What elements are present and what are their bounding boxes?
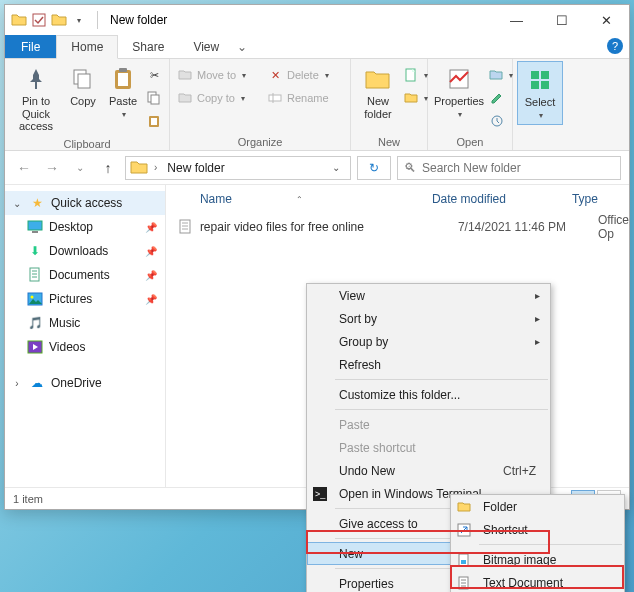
new-item-button[interactable]: ▾	[404, 65, 420, 85]
copy-to-icon	[177, 90, 193, 106]
tab-share[interactable]: Share	[118, 35, 179, 58]
easy-access-button[interactable]: ▾	[404, 88, 420, 108]
breadcrumb-chevron-icon: ›	[154, 162, 157, 173]
svg-text:>_: >_	[315, 489, 326, 499]
sidebar-item-desktop[interactable]: Desktop 📌	[5, 215, 165, 239]
shortcut-icon	[456, 522, 472, 538]
pin-quick-access-button[interactable]: Pin to Quick access	[9, 61, 63, 137]
chevron-down-icon: ▾	[241, 94, 245, 103]
bitmap-icon	[456, 552, 472, 568]
svg-rect-11	[269, 95, 281, 101]
qat-dropdown-icon[interactable]: ▾	[71, 12, 87, 28]
file-name: repair video files for free online	[200, 220, 458, 234]
svg-rect-20	[28, 221, 42, 230]
move-to-button[interactable]: Move to▾	[177, 65, 261, 85]
menu-item-refresh[interactable]: Refresh	[307, 353, 550, 376]
chevron-down-icon: ▾	[242, 71, 246, 80]
search-box[interactable]: 🔍︎	[397, 156, 621, 180]
cut-button[interactable]: ✂	[146, 65, 162, 85]
menu-label: Give access to	[339, 517, 418, 531]
properties-button[interactable]: Properties ▾	[432, 61, 486, 123]
select-button[interactable]: Select ▾	[517, 61, 563, 125]
history-button[interactable]	[489, 111, 505, 131]
table-row[interactable]: repair video files for free online 7/14/…	[166, 213, 629, 241]
svg-rect-10	[151, 118, 157, 125]
forward-button[interactable]: →	[41, 157, 63, 179]
chevron-down-icon: ▾	[458, 110, 462, 119]
copy-path-button[interactable]	[146, 88, 162, 108]
submenu-item-shortcut[interactable]: Shortcut	[451, 518, 624, 541]
item-count: 1 item	[13, 493, 43, 505]
folder-icon	[11, 12, 27, 28]
rename-button[interactable]: Rename	[267, 88, 343, 108]
menu-label: Text Document	[483, 576, 563, 590]
tab-home[interactable]: Home	[56, 35, 118, 59]
pictures-icon	[27, 291, 43, 307]
sidebar-item-pictures[interactable]: Pictures 📌	[5, 287, 165, 311]
menu-label: Shortcut	[483, 523, 528, 537]
paste-button[interactable]: Paste ▾	[103, 61, 143, 123]
ribbon-collapse-icon[interactable]: ⌄	[234, 35, 250, 58]
qat-folder-icon[interactable]	[51, 12, 67, 28]
tab-file[interactable]: File	[5, 35, 56, 58]
rename-label: Rename	[287, 92, 329, 104]
menu-item-paste-shortcut[interactable]: Paste shortcut	[307, 436, 550, 459]
tab-view[interactable]: View	[179, 35, 234, 58]
column-label: Date modified	[432, 192, 506, 206]
star-icon: ★	[29, 195, 45, 211]
new-folder-icon	[364, 65, 392, 93]
recent-dropdown[interactable]: ⌄	[69, 157, 91, 179]
svg-rect-17	[541, 71, 549, 79]
submenu-new: Folder Shortcut Bitmap image Text Docume…	[450, 494, 625, 592]
new-folder-button[interactable]: New folder	[355, 61, 401, 124]
sidebar: ⌄ ★ Quick access Desktop 📌 ⬇ Downloads 📌…	[5, 185, 166, 487]
sidebar-item-videos[interactable]: Videos	[5, 335, 165, 359]
rename-icon	[267, 90, 283, 106]
column-name[interactable]: Name⌃	[166, 192, 424, 206]
paste-shortcut-button[interactable]	[146, 111, 162, 131]
select-group-label	[517, 147, 563, 150]
clipboard-group-label: Clipboard	[9, 137, 165, 152]
textdoc-icon	[456, 575, 472, 591]
search-input[interactable]	[422, 161, 614, 175]
new-item-icon	[404, 67, 418, 83]
close-button[interactable]: ✕	[584, 5, 629, 35]
titlebar-separator	[97, 11, 98, 29]
open-button[interactable]: ▾	[489, 65, 505, 85]
open-group-label: Open	[432, 135, 508, 150]
submenu-item-bitmap[interactable]: Bitmap image	[451, 548, 624, 571]
up-button[interactable]: ↑	[97, 157, 119, 179]
copy-to-button[interactable]: Copy to▾	[177, 88, 261, 108]
menu-item-paste[interactable]: Paste	[307, 413, 550, 436]
column-date[interactable]: Date modified	[424, 192, 564, 206]
sidebar-item-onedrive[interactable]: › ☁ OneDrive	[5, 371, 165, 395]
menu-item-view[interactable]: View▸	[307, 284, 550, 307]
breadcrumb[interactable]: › New folder ⌄	[125, 156, 351, 180]
refresh-button[interactable]: ↻	[357, 156, 391, 180]
move-to-icon	[177, 67, 193, 83]
menu-label: New	[339, 547, 363, 561]
column-type[interactable]: Type	[564, 192, 629, 206]
sidebar-item-music[interactable]: 🎵 Music	[5, 311, 165, 335]
sidebar-item-documents[interactable]: Documents 📌	[5, 263, 165, 287]
menu-item-group[interactable]: Group by▸	[307, 330, 550, 353]
menu-item-customize[interactable]: Customize this folder...	[307, 383, 550, 406]
submenu-item-textdoc[interactable]: Text Document	[451, 571, 624, 592]
help-icon[interactable]: ?	[607, 38, 623, 54]
qat-checkbox-icon[interactable]	[31, 12, 47, 28]
sidebar-item-label: Downloads	[49, 244, 108, 258]
delete-button[interactable]: ✕Delete▾	[267, 65, 343, 85]
menu-item-sort[interactable]: Sort by▸	[307, 307, 550, 330]
sidebar-item-downloads[interactable]: ⬇ Downloads 📌	[5, 239, 165, 263]
paste-shortcut-icon	[146, 113, 162, 129]
properties-label: Properties	[434, 95, 484, 108]
breadcrumb-dropdown-icon[interactable]: ⌄	[332, 162, 346, 173]
menu-item-undo[interactable]: Undo NewCtrl+Z	[307, 459, 550, 482]
minimize-button[interactable]: —	[494, 5, 539, 35]
submenu-item-folder[interactable]: Folder	[451, 495, 624, 518]
back-button[interactable]: ←	[13, 157, 35, 179]
maximize-button[interactable]: ☐	[539, 5, 584, 35]
sidebar-item-quick-access[interactable]: ⌄ ★ Quick access	[5, 191, 165, 215]
copy-button[interactable]: Copy	[63, 61, 103, 112]
edit-button[interactable]	[489, 88, 505, 108]
